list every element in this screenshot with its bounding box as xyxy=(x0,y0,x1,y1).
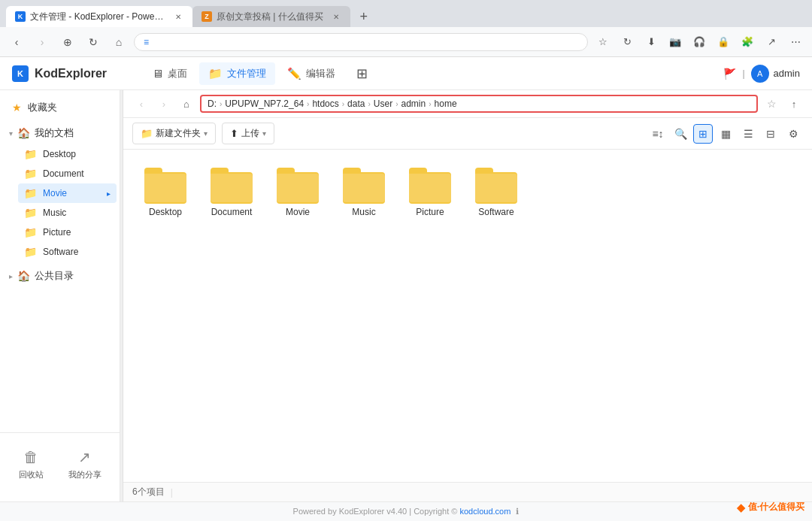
sort-button[interactable]: ≡↕ xyxy=(648,124,668,144)
upload-button[interactable]: ⬆ 上传 ▾ xyxy=(222,123,274,144)
headphones-icon[interactable]: 🎧 xyxy=(689,32,710,53)
watermark: ◆ 值·什么值得买 xyxy=(737,501,804,513)
path-star-button[interactable]: ☆ xyxy=(762,95,780,113)
expand-arrow-icon: ▾ xyxy=(9,129,13,138)
nav-item-editor[interactable]: ✏️ 编辑器 xyxy=(278,62,344,85)
sidebar-item-share[interactable]: ↗ 我的分享 xyxy=(62,442,108,486)
medium-icon-view-button[interactable]: ▦ xyxy=(716,124,735,144)
my-docs-label: 我的文档 xyxy=(35,126,74,140)
nav-item-desktop[interactable]: 🖥 桌面 xyxy=(143,62,196,85)
path-segment-admin[interactable]: admin xyxy=(401,98,426,109)
list-view-button[interactable]: ☰ xyxy=(738,124,758,144)
home-button[interactable]: ⌂ xyxy=(108,32,129,53)
download-icon[interactable]: ⬇ xyxy=(641,32,662,53)
sidebar-item-picture-sub[interactable]: 📁 Picture xyxy=(18,223,117,242)
address-bar[interactable]: ≡ 192.168.1.38/index.php#explorer xyxy=(134,33,588,51)
extensions-icon[interactable]: 🧩 xyxy=(737,32,758,53)
tab-label-1: 文件管理 - KodExplorer - Powered b... xyxy=(30,11,165,23)
admin-area[interactable]: A admin xyxy=(751,65,800,83)
editor-icon: ✏️ xyxy=(287,67,301,80)
tab-favicon-2: Z xyxy=(201,11,212,22)
path-up-button[interactable]: ↑ xyxy=(785,95,803,113)
path-forward-button[interactable]: › xyxy=(155,95,173,113)
tab-label-2: 原创文章投稿 | 什么值得买 xyxy=(217,11,323,23)
file-name-movie: Movie xyxy=(286,207,310,217)
file-name-software: Software xyxy=(478,207,514,217)
file-item-software[interactable]: Software xyxy=(466,162,526,223)
tab-close-1[interactable]: ✕ xyxy=(173,11,183,22)
sidebar-item-mydocs[interactable]: ▾ 🏠 我的文档 xyxy=(0,122,120,144)
refresh-nav-icon[interactable]: ↻ xyxy=(617,32,638,53)
file-item-music[interactable]: Music xyxy=(334,162,394,223)
tab-active[interactable]: K 文件管理 - KodExplorer - Powered b... ✕ xyxy=(6,6,192,27)
star-sidebar-icon: ★ xyxy=(12,101,22,114)
toolbar-right: ≡↕ 🔍 ⊞ ▦ ☰ ⊟ ⚙ xyxy=(648,124,803,144)
new-folder-button[interactable]: 📁 新建文件夹 ▾ xyxy=(132,123,216,144)
detail-view-button[interactable]: ⊟ xyxy=(761,124,780,144)
toolbar: 📁 新建文件夹 ▾ ⬆ 上传 ▾ ≡↕ 🔍 ⊞ ▦ ☰ ⊟ ⚙ xyxy=(123,118,812,150)
file-item-document[interactable]: Document xyxy=(201,162,262,223)
camera-icon[interactable]: 📷 xyxy=(665,32,686,53)
tab-close-2[interactable]: ✕ xyxy=(331,11,341,22)
file-item-movie[interactable]: Movie xyxy=(268,162,328,223)
file-grid: Desktop Document Movie Music Picture xyxy=(123,150,812,482)
url-input[interactable]: 192.168.1.38/index.php#explorer xyxy=(153,37,578,47)
footer-info-icon[interactable]: ℹ xyxy=(516,507,519,516)
settings-view-button[interactable]: ⚙ xyxy=(783,124,803,144)
footer-link[interactable]: kodcloud.com xyxy=(459,507,511,516)
recycle-label: 回收站 xyxy=(19,469,44,480)
folder-desktop-icon: 📁 xyxy=(24,148,37,160)
bookmark-button[interactable]: ⊕ xyxy=(57,32,78,53)
search-button[interactable]: 🔍 xyxy=(671,124,690,144)
sidebar-section-favorites: ★ 收藏夹 xyxy=(0,96,120,119)
share-nav-icon[interactable]: ↗ xyxy=(761,32,782,53)
file-item-picture[interactable]: Picture xyxy=(400,162,460,223)
forward-button[interactable]: › xyxy=(32,32,53,53)
sidebar-item-recycle[interactable]: 🗑 回收站 xyxy=(13,442,50,486)
path-home-button[interactable]: ⌂ xyxy=(177,95,195,113)
content-area: ‹ › ⌂ D: › UPUPW_NP7.2_64 › htdocs › dat… xyxy=(123,90,812,501)
sidebar-item-public[interactable]: ▸ 🏠 公共目录 xyxy=(0,265,120,287)
star-icon[interactable]: ☆ xyxy=(592,32,614,53)
path-segment-upupw[interactable]: UPUPW_NP7.2_64 xyxy=(225,98,304,109)
security-icon[interactable]: 🔒 xyxy=(713,32,734,53)
path-back-button[interactable]: ‹ xyxy=(132,95,150,113)
path-arrow-4: › xyxy=(368,100,370,108)
back-button[interactable]: ‹ xyxy=(6,32,27,53)
path-segment-data[interactable]: data xyxy=(347,98,365,109)
path-segment-d[interactable]: D: xyxy=(208,98,217,109)
nav-item-files[interactable]: 📁 文件管理 xyxy=(199,62,275,85)
flag-icon[interactable]: 🚩 xyxy=(723,68,736,80)
path-segment-user[interactable]: User xyxy=(374,98,392,109)
path-bar: ‹ › ⌂ D: › UPUPW_NP7.2_64 › htdocs › dat… xyxy=(123,90,812,118)
sidebar-item-desktop-sub[interactable]: 📁 Desktop xyxy=(18,144,117,164)
tab-inactive[interactable]: Z 原创文章投稿 | 什么值得买 ✕ xyxy=(192,6,350,27)
large-icon-view-button[interactable]: ⊞ xyxy=(693,124,713,144)
sidebar-item-favorites[interactable]: ★ 收藏夹 xyxy=(3,96,117,119)
refresh-button[interactable]: ↻ xyxy=(83,32,104,53)
share-icon: ↗ xyxy=(78,448,91,466)
path-segment-home[interactable]: home xyxy=(435,98,457,109)
folder-icon-music xyxy=(343,168,385,204)
file-item-desktop[interactable]: Desktop xyxy=(135,162,195,223)
picture-sub-label: Picture xyxy=(43,227,111,238)
music-sub-label: Music xyxy=(43,207,111,218)
path-segment-htdocs[interactable]: htdocs xyxy=(312,98,338,109)
sidebar-item-music-sub[interactable]: 📁 Music xyxy=(18,203,117,223)
nav-item-apps[interactable]: ⊞ xyxy=(347,61,377,86)
new-tab-button[interactable]: + xyxy=(353,6,374,27)
app-logo-icon: K xyxy=(12,65,29,82)
recycle-icon: 🗑 xyxy=(23,449,38,466)
path-input[interactable]: D: › UPUPW_NP7.2_64 › htdocs › data › Us… xyxy=(200,95,758,113)
folder-my-docs-icon: 🏠 xyxy=(17,127,30,139)
sidebar-item-document-sub[interactable]: 📁 Document xyxy=(18,164,117,183)
main-layout: ★ 收藏夹 ▾ 🏠 我的文档 📁 Desktop xyxy=(0,90,812,501)
upload-dropdown-icon: ▾ xyxy=(262,129,266,138)
sidebar-item-movie-sub[interactable]: 📁 Movie ▸ xyxy=(18,183,117,203)
sidebar: ★ 收藏夹 ▾ 🏠 我的文档 📁 Desktop xyxy=(0,90,120,501)
nav-files-label: 文件管理 xyxy=(227,67,266,80)
menu-button[interactable]: ⋯ xyxy=(785,32,806,53)
folder-document-icon: 📁 xyxy=(24,168,37,180)
sidebar-item-software-sub[interactable]: 📁 Software xyxy=(18,242,117,262)
new-folder-dropdown-icon: ▾ xyxy=(204,129,208,138)
